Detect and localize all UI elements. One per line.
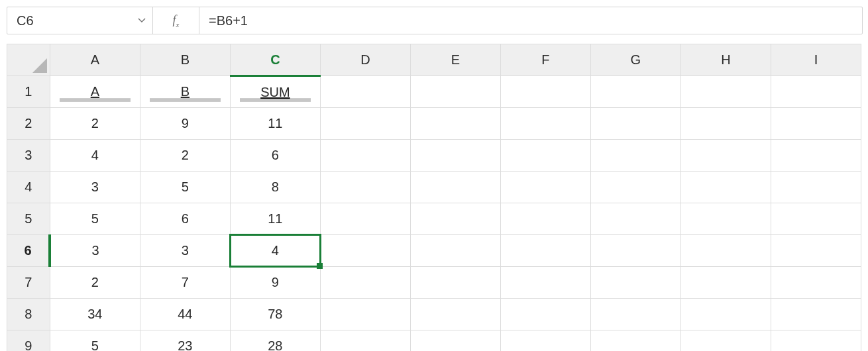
cell-A6[interactable]: 3: [50, 235, 140, 267]
cell-C8[interactable]: 78: [230, 299, 320, 330]
cell-H5[interactable]: [680, 203, 771, 235]
cell-H7[interactable]: [680, 267, 771, 299]
cell-G9[interactable]: [590, 330, 680, 352]
cell-A3[interactable]: 4: [50, 140, 140, 172]
cell-G3[interactable]: [590, 140, 680, 172]
row-header-1[interactable]: 1: [7, 76, 50, 108]
cell-E4[interactable]: [410, 172, 500, 203]
row-header-2[interactable]: 2: [7, 108, 50, 140]
spreadsheet-grid[interactable]: A B C D E F G H I 1 A B SUM: [7, 44, 863, 351]
cell-F4[interactable]: [500, 172, 590, 203]
cell-A2[interactable]: 2: [50, 108, 140, 140]
cell-C7[interactable]: 9: [230, 267, 320, 299]
cell-E8[interactable]: [410, 299, 500, 330]
cell-A7[interactable]: 2: [50, 267, 140, 299]
cell-I1[interactable]: [771, 76, 861, 108]
insert-function-button[interactable]: fx: [153, 7, 199, 34]
cell-A1[interactable]: A: [50, 76, 140, 108]
cell-F9[interactable]: [500, 330, 590, 352]
cell-I7[interactable]: [771, 267, 861, 299]
col-header-I[interactable]: I: [771, 44, 861, 76]
cell-C1[interactable]: SUM: [230, 76, 320, 108]
name-box[interactable]: C6: [7, 7, 153, 34]
cell-B4[interactable]: 5: [140, 172, 230, 203]
row-header-3[interactable]: 3: [7, 140, 50, 172]
cell-H6[interactable]: [680, 235, 771, 267]
cell-I9[interactable]: [771, 330, 861, 352]
cell-C2[interactable]: 11: [230, 108, 320, 140]
cell-E2[interactable]: [410, 108, 500, 140]
cell-A5[interactable]: 5: [50, 203, 140, 235]
cell-C6[interactable]: 4: [230, 235, 320, 267]
cell-A9[interactable]: 5: [50, 330, 140, 352]
cell-D2[interactable]: [320, 108, 410, 140]
col-header-G[interactable]: G: [590, 44, 680, 76]
fill-handle[interactable]: [317, 263, 323, 269]
cell-E7[interactable]: [410, 267, 500, 299]
cell-G6[interactable]: [590, 235, 680, 267]
row-header-4[interactable]: 4: [7, 172, 50, 203]
cell-E5[interactable]: [410, 203, 500, 235]
cell-F3[interactable]: [500, 140, 590, 172]
col-header-B[interactable]: B: [140, 44, 230, 76]
cell-I3[interactable]: [771, 140, 861, 172]
cell-A8[interactable]: 34: [50, 299, 140, 330]
row-header-8[interactable]: 8: [7, 299, 50, 330]
cell-D1[interactable]: [320, 76, 410, 108]
cell-B1[interactable]: B: [140, 76, 230, 108]
col-header-H[interactable]: H: [680, 44, 771, 76]
cell-H2[interactable]: [680, 108, 771, 140]
cell-C9[interactable]: 28: [230, 330, 320, 352]
cell-I8[interactable]: [771, 299, 861, 330]
formula-input[interactable]: =B6+1: [199, 7, 862, 34]
cell-E3[interactable]: [410, 140, 500, 172]
cell-G5[interactable]: [590, 203, 680, 235]
chevron-down-icon[interactable]: [138, 18, 146, 23]
cell-C5[interactable]: 11: [230, 203, 320, 235]
cell-I4[interactable]: [771, 172, 861, 203]
cell-G8[interactable]: [590, 299, 680, 330]
cell-C4[interactable]: 8: [230, 172, 320, 203]
cell-I2[interactable]: [771, 108, 861, 140]
cell-H9[interactable]: [680, 330, 771, 352]
cell-F1[interactable]: [500, 76, 590, 108]
cell-H8[interactable]: [680, 299, 771, 330]
col-header-E[interactable]: E: [410, 44, 500, 76]
row-header-5[interactable]: 5: [7, 203, 50, 235]
cell-H4[interactable]: [680, 172, 771, 203]
cell-F6[interactable]: [500, 235, 590, 267]
cell-A4[interactable]: 3: [50, 172, 140, 203]
cell-F8[interactable]: [500, 299, 590, 330]
cell-F2[interactable]: [500, 108, 590, 140]
row-header-6[interactable]: 6: [7, 235, 50, 267]
select-all-corner[interactable]: [7, 44, 50, 76]
cell-E1[interactable]: [410, 76, 500, 108]
cell-C3[interactable]: 6: [230, 140, 320, 172]
col-header-D[interactable]: D: [320, 44, 410, 76]
cell-F5[interactable]: [500, 203, 590, 235]
col-header-C[interactable]: C: [230, 44, 320, 76]
row-header-7[interactable]: 7: [7, 267, 50, 299]
cell-F7[interactable]: [500, 267, 590, 299]
cell-G2[interactable]: [590, 108, 680, 140]
cell-H1[interactable]: [680, 76, 771, 108]
cell-D3[interactable]: [320, 140, 410, 172]
cell-E6[interactable]: [410, 235, 500, 267]
cell-I5[interactable]: [771, 203, 861, 235]
cell-D4[interactable]: [320, 172, 410, 203]
col-header-F[interactable]: F: [500, 44, 590, 76]
cell-B9[interactable]: 23: [140, 330, 230, 352]
cell-B7[interactable]: 7: [140, 267, 230, 299]
cell-B3[interactable]: 2: [140, 140, 230, 172]
col-header-A[interactable]: A: [50, 44, 140, 76]
cell-B5[interactable]: 6: [140, 203, 230, 235]
cell-G4[interactable]: [590, 172, 680, 203]
cell-B8[interactable]: 44: [140, 299, 230, 330]
cell-D6[interactable]: [320, 235, 410, 267]
cell-B6[interactable]: 3: [140, 235, 230, 267]
cell-E9[interactable]: [410, 330, 500, 352]
cell-H3[interactable]: [680, 140, 771, 172]
cell-G7[interactable]: [590, 267, 680, 299]
cell-D8[interactable]: [320, 299, 410, 330]
cell-D5[interactable]: [320, 203, 410, 235]
